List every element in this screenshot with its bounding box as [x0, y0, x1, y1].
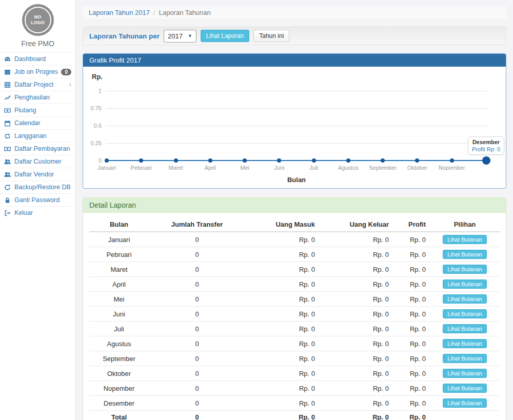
data-point-april[interactable]: [208, 158, 212, 163]
data-point-juli[interactable]: [312, 158, 316, 163]
view-monthly-button-januari[interactable]: Lihat Bulanan: [443, 235, 486, 244]
data-point-januari[interactable]: [105, 158, 109, 163]
view-monthly-button-mei[interactable]: Lihat Bulanan: [443, 294, 486, 304]
cell-uang_masuk: Rp. 0: [245, 247, 319, 262]
total-uang_keluar: Rp. 0: [319, 411, 393, 420]
cell-uang_keluar: Rp. 0: [319, 322, 393, 336]
chevron-down-icon: ▼: [188, 33, 192, 38]
data-point-desember[interactable]: [482, 156, 490, 165]
sidebar-item-piutang[interactable]: Piutang: [0, 104, 75, 116]
tooltip-value: Profit Rp: 0: [472, 146, 500, 152]
sidebar-item-backup-restore-db[interactable]: Backup/Restore DB: [0, 181, 75, 193]
table-row-september: September0Rp. 0Rp. 0Rp. 0Lihat Bulanan: [89, 351, 500, 366]
view-monthly-button-juli[interactable]: Lihat Bulanan: [443, 324, 486, 333]
sidebar-item-ganti-password[interactable]: Ganti Password: [0, 193, 75, 206]
profit-chart-panel: Grafik Profit 2017 Rp. Desember Profit R…: [83, 53, 506, 189]
y-tick-label: 0: [83, 157, 102, 164]
sidebar-item-label: Daftar Vendor: [14, 171, 54, 178]
cell-uang_keluar: Rp. 0: [319, 307, 393, 322]
breadcrumb-link-laporan-tahun[interactable]: Laporan Tahun 2017: [89, 9, 150, 16]
data-point-juni[interactable]: [277, 158, 281, 163]
cell-profit: Rp. 0: [393, 351, 430, 366]
view-monthly-button-september[interactable]: Lihat Bulanan: [443, 354, 486, 363]
profit-series-line: [107, 160, 486, 161]
filter-label: Laporan Tahunan per: [89, 32, 160, 40]
sidebar-item-label: Keluar: [14, 209, 33, 216]
data-point-maret[interactable]: [174, 158, 178, 163]
table-row-april: April0Rp. 0Rp. 0Rp. 0Lihat Bulanan: [89, 277, 500, 292]
view-monthly-button-agustus[interactable]: Lihat Bulanan: [443, 339, 486, 348]
sidebar-menu: DashboardJob on Progress0Daftar Project‹…: [0, 52, 75, 219]
year-select[interactable]: 2017 ▼: [164, 30, 196, 43]
sidebar-item-keluar[interactable]: Keluar: [0, 206, 75, 219]
year-select-value: 2017: [168, 32, 183, 40]
view-report-button[interactable]: Lihat Laporan: [201, 30, 249, 42]
cell-profit: Rp. 0: [393, 366, 430, 381]
data-point-mei[interactable]: [243, 158, 247, 163]
data-point-nopember[interactable]: [450, 158, 454, 163]
report-table-header-row: BulanJumlah TransferUang MasukUang Kelua…: [89, 217, 500, 232]
y-tick-label: 0.5: [83, 123, 102, 129]
tasks-icon: [4, 69, 11, 75]
sidebar: NO LOGO Free PMO DashboardJob on Progres…: [0, 0, 76, 420]
cell-uang_masuk: Rp. 0: [245, 336, 319, 351]
this-year-button[interactable]: Tahun ini: [253, 30, 289, 42]
cell-jumlah_transfer: 0: [149, 247, 245, 262]
table-row-juli: Juli0Rp. 0Rp. 0Rp. 0Lihat Bulanan: [89, 322, 500, 336]
cell-profit: Rp. 0: [393, 307, 430, 322]
sidebar-item-langganan[interactable]: Langganan: [0, 129, 75, 142]
report-table: BulanJumlah TransferUang MasukUang Kelua…: [89, 217, 500, 420]
cell-bulan: Desember: [89, 396, 149, 411]
x-tick-label-nopember: Nopember: [431, 165, 472, 171]
table-row-juni: Juni0Rp. 0Rp. 0Rp. 0Lihat Bulanan: [89, 307, 500, 322]
main-content: Laporan Tahun 2017 / Laporan Tahunan Lap…: [76, 0, 513, 420]
lock-icon: [4, 197, 11, 204]
table-row-nopember: Nopember0Rp. 0Rp. 0Rp. 0Lihat Bulanan: [89, 381, 500, 396]
cell-jumlah_transfer: 0: [149, 262, 245, 277]
sidebar-item-calendar[interactable]: Calendar: [0, 116, 75, 129]
cell-profit: Rp. 0: [393, 396, 430, 411]
sidebar-item-daftar-vendor[interactable]: Daftar Vendor: [0, 168, 75, 181]
sidebar-item-label: Daftar Project: [14, 81, 53, 88]
cell-jumlah_transfer: 0: [149, 381, 245, 396]
view-monthly-button-juni[interactable]: Lihat Bulanan: [443, 309, 486, 318]
cell-uang_masuk: Rp. 0: [245, 322, 319, 336]
cell-uang_keluar: Rp. 0: [319, 232, 393, 247]
view-monthly-button-nopember[interactable]: Lihat Bulanan: [443, 384, 486, 393]
sidebar-item-job-on-progress[interactable]: Job on Progress0: [0, 65, 75, 78]
view-monthly-button-oktober[interactable]: Lihat Bulanan: [443, 369, 486, 378]
sidebar-item-daftar-project[interactable]: Daftar Project‹: [0, 78, 75, 91]
table-row-oktober: Oktober0Rp. 0Rp. 0Rp. 0Lihat Bulanan: [89, 366, 500, 381]
view-monthly-button-pebruari[interactable]: Lihat Bulanan: [443, 250, 486, 259]
data-point-september[interactable]: [381, 158, 385, 163]
gridline: [106, 143, 487, 144]
column-header-profit: Profit: [393, 217, 430, 232]
sidebar-item-daftar-pembayaran[interactable]: Daftar Pembayaran: [0, 142, 75, 155]
sidebar-item-penghasilan[interactable]: Penghasilan: [0, 91, 75, 104]
cell-uang_keluar: Rp. 0: [319, 247, 393, 262]
sidebar-item-label: Backup/Restore DB: [14, 184, 71, 191]
cell-profit: Rp. 0: [393, 336, 430, 351]
refresh-icon: [4, 184, 11, 191]
cell-profit: Rp. 0: [393, 292, 430, 307]
column-header-pilihan: Pilihan: [430, 217, 500, 232]
view-monthly-button-maret[interactable]: Lihat Bulanan: [443, 265, 486, 274]
cell-jumlah_transfer: 0: [149, 366, 245, 381]
sidebar-item-dashboard[interactable]: Dashboard: [0, 52, 75, 65]
cell-profit: Rp. 0: [393, 277, 430, 292]
view-monthly-button-desember[interactable]: Lihat Bulanan: [443, 398, 486, 408]
total-uang_masuk: Rp. 0: [245, 411, 319, 420]
view-monthly-button-april[interactable]: Lihat Bulanan: [443, 279, 486, 289]
table-row-maret: Maret0Rp. 0Rp. 0Rp. 0Lihat Bulanan: [89, 262, 500, 277]
sidebar-item-label: Piutang: [14, 107, 36, 114]
cell-profit: Rp. 0: [393, 247, 430, 262]
data-point-oktober[interactable]: [415, 158, 419, 163]
users-icon: [4, 171, 11, 178]
sidebar-item-daftar-customer[interactable]: Daftar Customer: [0, 155, 75, 168]
cell-uang_masuk: Rp. 0: [245, 396, 319, 411]
retweet-icon: [4, 133, 11, 139]
data-point-pebruari[interactable]: [139, 158, 143, 163]
table-icon: [4, 82, 11, 88]
table-row-mei: Mei0Rp. 0Rp. 0Rp. 0Lihat Bulanan: [89, 292, 500, 307]
data-point-agustus[interactable]: [346, 158, 350, 163]
